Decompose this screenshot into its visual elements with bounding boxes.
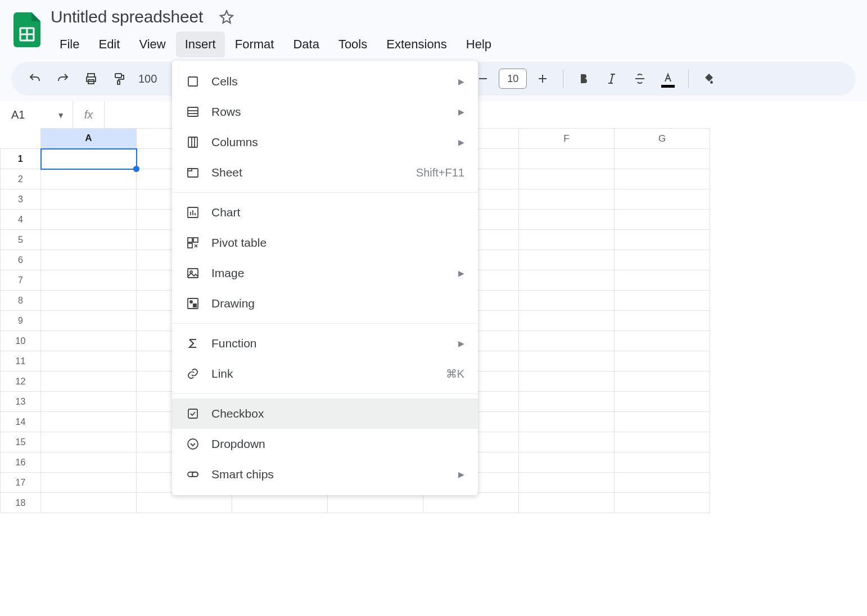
menu-extensions[interactable]: Extensions bbox=[377, 31, 456, 57]
row-header-15[interactable]: 15 bbox=[1, 432, 41, 452]
cell-A11[interactable] bbox=[41, 351, 137, 372]
menu-insert[interactable]: Insert bbox=[176, 31, 225, 57]
italic-button[interactable] bbox=[599, 66, 624, 91]
fill-color-button[interactable] bbox=[697, 66, 721, 91]
cell-A14[interactable] bbox=[41, 412, 137, 432]
insert-menu-image[interactable]: Image▶ bbox=[172, 258, 478, 288]
cell-F16[interactable] bbox=[519, 452, 615, 473]
name-box[interactable]: A1 ▼ bbox=[0, 102, 73, 128]
cell-D18[interactable] bbox=[328, 493, 423, 513]
cell-A4[interactable] bbox=[41, 210, 137, 230]
row-header-10[interactable]: 10 bbox=[1, 331, 41, 351]
menu-file[interactable]: File bbox=[51, 31, 88, 57]
cell-F10[interactable] bbox=[519, 331, 615, 351]
row-header-13[interactable]: 13 bbox=[1, 392, 41, 412]
cell-A16[interactable] bbox=[41, 452, 137, 473]
cell-E18[interactable] bbox=[423, 493, 519, 513]
row-header-14[interactable]: 14 bbox=[1, 412, 41, 432]
menu-data[interactable]: Data bbox=[284, 31, 328, 57]
cell-G10[interactable] bbox=[615, 331, 710, 351]
font-size-input[interactable]: 10 bbox=[499, 69, 527, 89]
cell-G3[interactable] bbox=[615, 189, 710, 210]
insert-menu-sheet[interactable]: SheetShift+F11 bbox=[172, 157, 478, 188]
cell-G15[interactable] bbox=[615, 432, 710, 452]
cell-F15[interactable] bbox=[519, 432, 615, 452]
row-header-5[interactable]: 5 bbox=[1, 230, 41, 250]
row-header-11[interactable]: 11 bbox=[1, 351, 41, 372]
menu-view[interactable]: View bbox=[130, 31, 174, 57]
cell-G8[interactable] bbox=[615, 291, 710, 311]
insert-menu-columns[interactable]: Columns▶ bbox=[172, 127, 478, 157]
star-button[interactable] bbox=[216, 7, 237, 27]
cell-G9[interactable] bbox=[615, 311, 710, 331]
menu-edit[interactable]: Edit bbox=[89, 31, 129, 57]
cell-F13[interactable] bbox=[519, 392, 615, 412]
select-all-corner[interactable] bbox=[1, 129, 41, 149]
cell-A6[interactable] bbox=[41, 250, 137, 270]
paint-format-button[interactable] bbox=[107, 66, 132, 91]
zoom-level[interactable]: 100 bbox=[135, 73, 160, 85]
insert-menu-rows[interactable]: Rows▶ bbox=[172, 97, 478, 127]
undo-button[interactable] bbox=[22, 66, 47, 91]
cell-F12[interactable] bbox=[519, 372, 615, 392]
cell-F3[interactable] bbox=[519, 189, 615, 210]
row-header-1[interactable]: 1 bbox=[1, 149, 41, 169]
cell-F2[interactable] bbox=[519, 169, 615, 189]
cell-F5[interactable] bbox=[519, 230, 615, 250]
cell-G13[interactable] bbox=[615, 392, 710, 412]
row-header-8[interactable]: 8 bbox=[1, 291, 41, 311]
cell-A9[interactable] bbox=[41, 311, 137, 331]
cell-C18[interactable] bbox=[232, 493, 328, 513]
row-header-18[interactable]: 18 bbox=[1, 493, 41, 513]
cell-F18[interactable] bbox=[519, 493, 615, 513]
menu-format[interactable]: Format bbox=[226, 31, 283, 57]
cell-F7[interactable] bbox=[519, 270, 615, 291]
cell-A2[interactable] bbox=[41, 169, 137, 189]
cell-A15[interactable] bbox=[41, 432, 137, 452]
cell-A3[interactable] bbox=[41, 189, 137, 210]
cell-F4[interactable] bbox=[519, 210, 615, 230]
menu-help[interactable]: Help bbox=[457, 31, 500, 57]
row-header-6[interactable]: 6 bbox=[1, 250, 41, 270]
column-header-G[interactable]: G bbox=[615, 129, 710, 149]
cell-G17[interactable] bbox=[615, 473, 710, 493]
insert-menu-link[interactable]: Link⌘K bbox=[172, 359, 478, 389]
cell-G12[interactable] bbox=[615, 372, 710, 392]
cell-F6[interactable] bbox=[519, 250, 615, 270]
row-header-4[interactable]: 4 bbox=[1, 210, 41, 230]
cell-G18[interactable] bbox=[615, 493, 710, 513]
row-header-2[interactable]: 2 bbox=[1, 169, 41, 189]
cell-G2[interactable] bbox=[615, 169, 710, 189]
cell-B18[interactable] bbox=[137, 493, 232, 513]
cell-F9[interactable] bbox=[519, 311, 615, 331]
cell-F11[interactable] bbox=[519, 351, 615, 372]
strikethrough-button[interactable] bbox=[627, 66, 652, 91]
insert-menu-cells[interactable]: Cells▶ bbox=[172, 66, 478, 97]
print-button[interactable] bbox=[79, 66, 103, 91]
cell-F8[interactable] bbox=[519, 291, 615, 311]
cell-A10[interactable] bbox=[41, 331, 137, 351]
cell-F1[interactable] bbox=[519, 149, 615, 169]
cell-A5[interactable] bbox=[41, 230, 137, 250]
column-header-F[interactable]: F bbox=[519, 129, 615, 149]
cell-A18[interactable] bbox=[41, 493, 137, 513]
cell-A13[interactable] bbox=[41, 392, 137, 412]
menu-tools[interactable]: Tools bbox=[329, 31, 376, 57]
cell-A12[interactable] bbox=[41, 372, 137, 392]
document-title[interactable]: Untitled spreadsheet bbox=[51, 7, 203, 26]
text-color-button[interactable] bbox=[656, 66, 680, 91]
cell-G6[interactable] bbox=[615, 250, 710, 270]
redo-button[interactable] bbox=[51, 66, 75, 91]
row-header-16[interactable]: 16 bbox=[1, 452, 41, 473]
cell-F14[interactable] bbox=[519, 412, 615, 432]
sheets-logo[interactable] bbox=[11, 10, 43, 49]
cell-G7[interactable] bbox=[615, 270, 710, 291]
insert-menu-pivot-table[interactable]: Pivot table bbox=[172, 228, 478, 258]
cell-G4[interactable] bbox=[615, 210, 710, 230]
insert-menu-function[interactable]: Function▶ bbox=[172, 328, 478, 359]
cell-G11[interactable] bbox=[615, 351, 710, 372]
row-header-12[interactable]: 12 bbox=[1, 372, 41, 392]
cell-G1[interactable] bbox=[615, 149, 710, 169]
insert-menu-drawing[interactable]: Drawing bbox=[172, 288, 478, 319]
cell-A7[interactable] bbox=[41, 270, 137, 291]
